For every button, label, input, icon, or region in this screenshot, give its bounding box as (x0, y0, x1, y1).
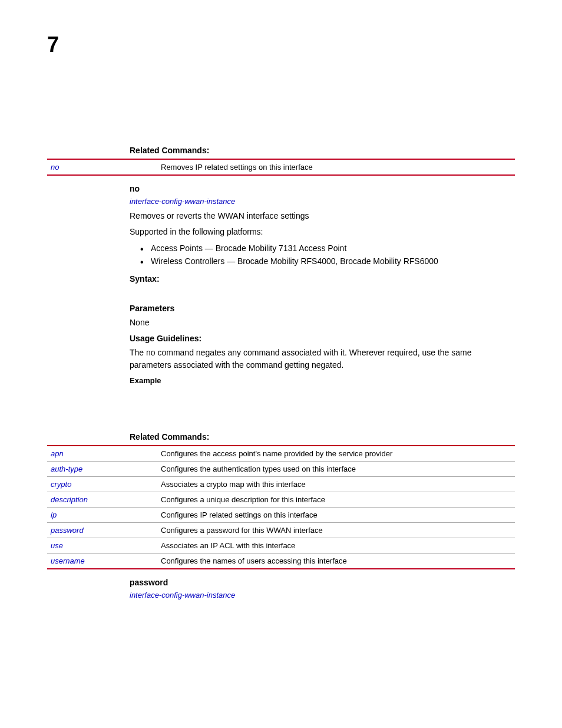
table-row: apnConfigures the access point's name pr… (47, 446, 515, 462)
cmd-desc: Associates an IP ACL with this interface (157, 538, 515, 553)
list-item: Wireless Controllers — Brocade Mobility … (151, 255, 515, 268)
interface-link[interactable]: interface-config-wwan-instance (130, 197, 235, 206)
cmd-link[interactable]: no (51, 163, 59, 172)
related-commands-heading-1: Related Commands: (130, 146, 515, 155)
parameters-heading: Parameters (130, 304, 515, 313)
cmd-desc: Configures the authentication types used… (157, 461, 515, 476)
cmd-link[interactable]: crypto (51, 480, 71, 489)
no-description: Removes or reverts the WWAN interface se… (130, 210, 515, 222)
cmd-desc: Associates a crypto map with this interf… (157, 476, 515, 492)
cmd-link[interactable]: password (51, 526, 84, 535)
cmd-link[interactable]: description (51, 495, 88, 504)
list-item: Access Points — Brocade Mobility 7131 Ac… (151, 242, 515, 255)
usage-body: The no command negates any command assoc… (130, 347, 515, 371)
cmd-desc: Configures a unique description for this… (157, 492, 515, 507)
related-commands-table-2: apnConfigures the access point's name pr… (47, 445, 515, 569)
platforms-list: Access Points — Brocade Mobility 7131 Ac… (130, 242, 515, 268)
syntax-heading: Syntax: (130, 274, 515, 284)
table-row: auth-typeConfigures the authentication t… (47, 461, 515, 476)
table-row: useAssociates an IP ACL with this interf… (47, 538, 515, 553)
cmd-desc: Configures the names of users accessing … (157, 553, 515, 569)
cmd-link[interactable]: use (51, 541, 63, 550)
related-commands-heading-2: Related Commands: (130, 432, 515, 442)
cmd-desc: Configures a password for this WWAN inte… (157, 522, 515, 538)
table-row: descriptionConfigures a unique descripti… (47, 492, 515, 507)
cmd-link[interactable]: apn (51, 449, 64, 458)
platforms-intro: Supported in the following platforms: (130, 226, 515, 238)
table-row: no Removes IP related settings on this i… (47, 159, 515, 175)
chapter-number: 7 (47, 32, 515, 57)
table-row: usernameConfigures the names of users ac… (47, 553, 515, 569)
related-commands-table-1: no Removes IP related settings on this i… (47, 159, 515, 176)
password-title: password (130, 578, 515, 587)
cmd-desc: Configures IP related settings on this i… (157, 507, 515, 522)
cmd-link[interactable]: auth-type (51, 465, 82, 473)
example-heading: Example (130, 376, 515, 385)
cmd-link[interactable]: ip (51, 510, 57, 519)
cmd-link[interactable]: username (51, 556, 85, 565)
table-row: passwordConfigures a password for this W… (47, 522, 515, 538)
cmd-desc: Configures the access point's name provi… (157, 446, 515, 462)
table-row: cryptoAssociates a crypto map with this … (47, 476, 515, 492)
usage-heading: Usage Guidelines: (130, 334, 515, 343)
parameters-body: None (130, 317, 515, 329)
cmd-desc: Removes IP related settings on this inte… (157, 159, 515, 175)
table-row: ipConfigures IP related settings on this… (47, 507, 515, 522)
no-title: no (130, 184, 515, 193)
interface-link[interactable]: interface-config-wwan-instance (130, 591, 235, 599)
